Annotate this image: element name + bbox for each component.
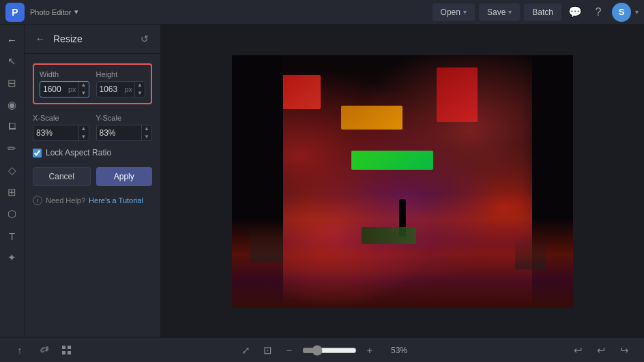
bottombar-left: ↑ [11, 342, 75, 359]
back-icon-button[interactable]: ← [3, 30, 22, 49]
xscale-field-group: X-Scale ▲ ▼ [33, 114, 89, 141]
xscale-input-wrap: ▲ ▼ [33, 125, 89, 141]
yscale-label: Y-Scale [96, 114, 153, 122]
panel-body: Width px ▲ ▼ Height [25, 54, 160, 215]
bottombar-right: ↩ ↩ ↪ [569, 342, 633, 359]
grid-view-icon-button[interactable] [57, 342, 75, 359]
height-field-group: Height px ▲ ▼ [96, 70, 146, 97]
shape-icon-button[interactable]: ◇ [3, 161, 22, 180]
resize-dimensions-highlight: Width px ▲ ▼ Height [33, 63, 152, 104]
lock-aspect-label: Lock Aspect Ratio [46, 148, 111, 157]
taxi-silhouette [362, 227, 416, 244]
open-button[interactable]: Open ▾ [433, 3, 475, 21]
width-unit: px [66, 85, 78, 93]
topbar: P Photo Editor ▾ Open ▾ Save ▾ Batch 💬 ?… [0, 0, 644, 25]
yscale-decrement[interactable]: ▼ [142, 133, 151, 141]
avatar-letter: S [619, 7, 625, 17]
width-input[interactable] [40, 85, 66, 94]
brush-icon-button[interactable]: ✏ [3, 139, 22, 158]
cancel-button[interactable]: Cancel [33, 167, 91, 186]
help-icon-button[interactable]: ? [589, 3, 608, 22]
actual-size-button[interactable]: ⊡ [259, 342, 276, 359]
batch-button[interactable]: Batch [524, 3, 561, 21]
zoom-in-button[interactable]: + [361, 342, 379, 359]
share-icon-button[interactable]: ↑ [11, 342, 29, 359]
bicycle-right [515, 235, 546, 269]
canvas-area [161, 25, 644, 337]
save-button[interactable]: Save ▾ [479, 3, 520, 21]
height-input-wrap: px ▲ ▼ [96, 81, 146, 97]
open-label: Open [441, 7, 460, 17]
icon-bar: ← ↖ ⊟ ◉ ✏ ◇ ⊞ ⬡ T ✦ [0, 25, 25, 337]
layers-icon-button[interactable]: ⬡ [3, 205, 22, 224]
zoom-percent-label: 53% [383, 346, 407, 355]
comment-icon-button[interactable]: 💬 [566, 3, 585, 22]
height-label: Height [96, 70, 146, 78]
width-input-wrap: px ▲ ▼ [40, 81, 89, 97]
xscale-decrement[interactable]: ▼ [79, 133, 89, 141]
undo-button[interactable]: ↩ [569, 342, 587, 359]
height-unit: px [122, 85, 134, 93]
avatar-chevron: ▾ [635, 8, 639, 16]
link-icon-button[interactable] [34, 342, 52, 359]
yscale-increment[interactable]: ▲ [142, 125, 151, 133]
app-logo: P [5, 3, 25, 22]
svg-rect-7 [68, 351, 71, 355]
width-label: Width [40, 70, 89, 78]
svg-rect-6 [62, 351, 65, 355]
neon-sign-green [351, 151, 433, 170]
yscale-input[interactable] [97, 128, 142, 138]
height-decrement[interactable]: ▼ [135, 89, 145, 97]
lock-aspect-checkbox[interactable] [33, 149, 42, 157]
dimensions-row: Width px ▲ ▼ Height [40, 70, 145, 97]
height-input[interactable] [97, 85, 123, 94]
yscale-field-group: Y-Scale ▲ ▼ [96, 114, 153, 141]
lock-aspect-row: Lock Aspect Ratio [33, 148, 152, 157]
apply-button[interactable]: Apply [96, 167, 153, 186]
panel-back-icon: ← [35, 33, 45, 44]
batch-label: Batch [532, 7, 553, 17]
height-spinners: ▲ ▼ [134, 81, 145, 97]
panel-title: Resize [53, 33, 132, 44]
resize-panel: ← Resize ↺ Width px ▲ ▼ [25, 25, 161, 337]
save-label: Save [487, 7, 506, 17]
fit-to-screen-button[interactable]: ⤢ [237, 342, 254, 359]
cursor-icon-button[interactable]: ↖ [3, 52, 22, 71]
svg-rect-3 [10, 123, 16, 124]
app-name-chevron: ▾ [74, 7, 78, 16]
action-buttons: Cancel Apply [33, 167, 152, 186]
eye-icon-button[interactable]: ◉ [3, 95, 22, 115]
panel-history-button[interactable]: ↺ [137, 31, 152, 46]
width-increment[interactable]: ▲ [79, 81, 89, 89]
avatar[interactable]: S [612, 3, 631, 22]
yscale-input-wrap: ▲ ▼ [96, 125, 153, 141]
effects-icon-button[interactable]: ✦ [3, 248, 22, 267]
bottombar-center: ⤢ ⊡ − + 53% [237, 342, 407, 359]
xscale-increment[interactable]: ▲ [79, 125, 89, 133]
help-text: Need Help? [46, 196, 85, 205]
xscale-label: X-Scale [33, 114, 89, 122]
panel-back-button[interactable]: ← [33, 31, 48, 46]
sliders-icon-button[interactable]: ⊟ [3, 74, 22, 93]
text-icon-button[interactable]: T [3, 226, 22, 245]
xscale-input[interactable] [33, 128, 78, 138]
objects-icon-button[interactable]: ⊞ [3, 183, 22, 202]
help-icon: i [33, 196, 42, 205]
app-name-label: Photo Editor [30, 8, 72, 16]
main-area: ← ↖ ⊟ ◉ ✏ ◇ ⊞ ⬡ T ✦ ← Resize ↺ Width [0, 25, 644, 337]
canvas-image [232, 55, 573, 307]
width-field-group: Width px ▲ ▼ [40, 70, 89, 97]
bottombar: ↑ ⤢ ⊡ − + 53% ↩ ↩ ↪ [0, 337, 644, 362]
redo-button[interactable]: ↪ [615, 342, 633, 359]
neon-sign-red-2 [437, 67, 478, 122]
crop-icon-button[interactable] [3, 117, 22, 136]
undo2-button[interactable]: ↩ [592, 342, 610, 359]
scale-row: X-Scale ▲ ▼ Y-Scale ▲ [33, 114, 152, 141]
panel-header: ← Resize ↺ [25, 25, 160, 54]
zoom-slider[interactable] [302, 345, 357, 356]
app-name-button[interactable]: Photo Editor ▾ [30, 7, 78, 16]
height-increment[interactable]: ▲ [135, 81, 145, 89]
help-link[interactable]: Here's a Tutorial [89, 196, 143, 205]
width-decrement[interactable]: ▼ [79, 89, 89, 97]
zoom-out-button[interactable]: − [280, 342, 298, 359]
